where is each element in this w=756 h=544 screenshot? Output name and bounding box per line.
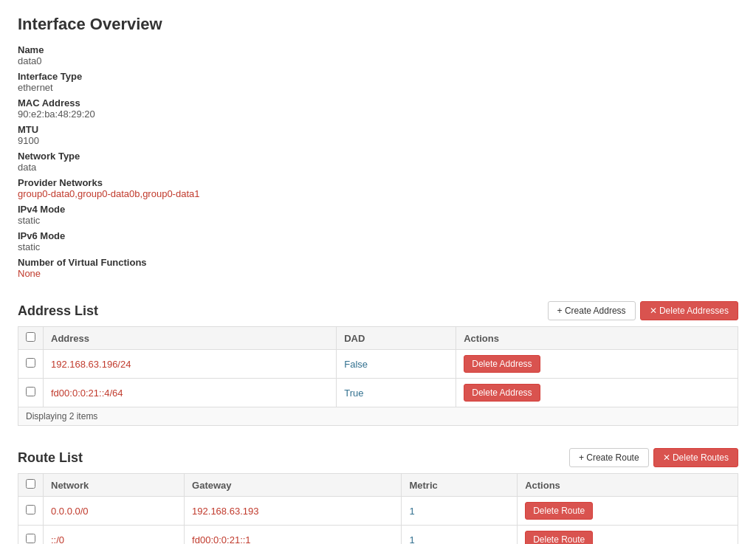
delete-route-button[interactable]: Delete Route: [525, 531, 593, 544]
delete-route-button[interactable]: Delete Route: [525, 502, 593, 520]
row-checkbox[interactable]: [26, 387, 35, 396]
row-checkbox-cell: [18, 350, 44, 379]
info-value: ethernet: [18, 82, 738, 93]
route-actions-col-header: Actions: [518, 474, 738, 497]
table-row: 192.168.63.196/24 False Delete Address: [18, 350, 738, 379]
page-title: Interface Overview: [18, 15, 738, 34]
action-cell: Delete Route: [518, 526, 738, 545]
info-label: Name: [18, 44, 738, 55]
dad-col-header: DAD: [337, 327, 456, 350]
route-list-section: Route List + Create Route ✕ Delete Route…: [18, 448, 738, 544]
row-checkbox[interactable]: [26, 358, 35, 368]
info-value: None: [18, 268, 738, 279]
info-label: Network Type: [18, 151, 738, 162]
delete-address-button[interactable]: Delete Address: [464, 384, 540, 402]
info-value: data0: [18, 55, 738, 66]
info-label: MAC Address: [18, 97, 738, 109]
dad-cell: False: [337, 350, 456, 379]
row-checkbox-cell: [18, 526, 44, 545]
metric-cell: 1: [402, 526, 518, 545]
address-actions-col-header: Actions: [456, 327, 738, 350]
route-select-all-col: [18, 474, 44, 497]
row-checkbox[interactable]: [26, 534, 35, 543]
action-cell: Delete Address: [456, 379, 738, 407]
create-route-button[interactable]: + Create Route: [569, 448, 649, 467]
address-cell: fd00:0:0:21::4/64: [44, 379, 337, 407]
address-list-table: Address DAD Actions 192.168.63.196/24 Fa…: [18, 326, 738, 407]
gateway-cell: 192.168.63.193: [185, 497, 402, 526]
info-value: group0-data0,group0-data0b,group0-data1: [18, 188, 738, 199]
route-list-header: Route List + Create Route ✕ Delete Route…: [18, 448, 738, 467]
address-col-header: Address: [44, 327, 337, 350]
info-label: IPv6 Mode: [18, 230, 738, 241]
metric-col-header: Metric: [402, 474, 518, 497]
row-checkbox-cell: [18, 497, 44, 526]
info-value: static: [18, 241, 738, 252]
info-label: Number of Virtual Functions: [18, 257, 738, 268]
table-row: ::/0 fd00:0:0:21::1 1 Delete Route: [18, 526, 738, 545]
route-list-actions: + Create Route ✕ Delete Routes: [569, 448, 738, 467]
address-select-all-col: [18, 327, 44, 350]
info-value: 9100: [18, 135, 738, 146]
address-displaying: Displaying 2 items: [18, 407, 738, 426]
create-address-button[interactable]: + Create Address: [548, 301, 636, 320]
info-value: data: [18, 162, 738, 173]
address-list-header: Address List + Create Address ✕ Delete A…: [18, 301, 738, 320]
info-label: Provider Networks: [18, 177, 738, 188]
delete-routes-button[interactable]: ✕ Delete Routes: [653, 448, 738, 467]
delete-addresses-button[interactable]: ✕ Delete Addresses: [640, 301, 738, 320]
action-cell: Delete Route: [518, 497, 738, 526]
info-label: IPv4 Mode: [18, 204, 738, 215]
info-label: MTU: [18, 124, 738, 135]
row-checkbox[interactable]: [26, 505, 35, 514]
address-select-all-checkbox[interactable]: [26, 332, 35, 342]
row-checkbox-cell: [18, 379, 44, 407]
action-cell: Delete Address: [456, 350, 738, 379]
address-list-actions: + Create Address ✕ Delete Addresses: [548, 301, 738, 320]
address-list-section: Address List + Create Address ✕ Delete A…: [18, 301, 738, 426]
gateway-cell: fd00:0:0:21::1: [185, 526, 402, 545]
route-list-table: Network Gateway Metric Actions 0.0.0.0/0…: [18, 473, 738, 544]
table-row: 0.0.0.0/0 192.168.63.193 1 Delete Route: [18, 497, 738, 526]
interface-info: Namedata0Interface TypeethernetMAC Addre…: [18, 44, 738, 279]
info-label: Interface Type: [18, 71, 738, 82]
network-col-header: Network: [44, 474, 185, 497]
metric-cell: 1: [402, 497, 518, 526]
network-cell: ::/0: [44, 526, 185, 545]
info-value: static: [18, 215, 738, 226]
route-list-title: Route List: [18, 450, 83, 466]
address-list-title: Address List: [18, 303, 98, 319]
network-cell: 0.0.0.0/0: [44, 497, 185, 526]
route-select-all-checkbox[interactable]: [26, 479, 35, 489]
delete-address-button[interactable]: Delete Address: [464, 355, 540, 373]
address-cell: 192.168.63.196/24: [44, 350, 337, 379]
gateway-col-header: Gateway: [185, 474, 402, 497]
info-value: 90:e2:ba:48:29:20: [18, 109, 738, 120]
dad-cell: True: [337, 379, 456, 407]
table-row: fd00:0:0:21::4/64 True Delete Address: [18, 379, 738, 407]
